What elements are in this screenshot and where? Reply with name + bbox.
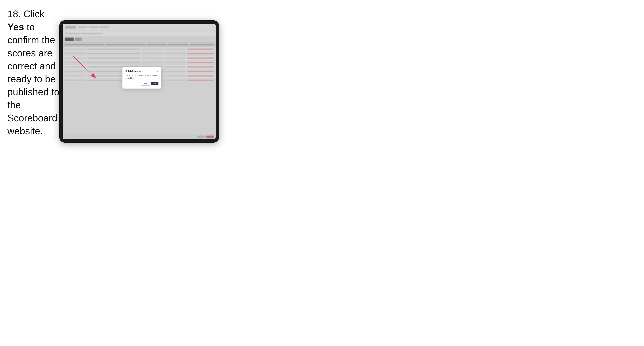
tablet-device: Publish scores × Are you ready to publis… [59,20,219,143]
modal-close-button[interactable]: × [156,70,158,73]
instruction-before-bold: Click [24,8,44,19]
modal-body-text: Are you ready to publish these scores to… [126,74,158,79]
publish-scores-dialog: Publish scores × Are you ready to publis… [122,67,162,89]
instruction-after-bold: to confirm the scores are correct and re… [8,21,59,136]
cancel-button[interactable]: Cancel [141,82,150,86]
step-number: 18. [8,8,24,19]
bold-yes: Yes [8,21,24,32]
modal-header: Publish scores × [126,70,158,73]
instruction-text: 18. Click Yes to confirm the scores are … [8,7,61,138]
tablet-screen: Publish scores × Are you ready to publis… [63,24,216,139]
modal-title: Publish scores [126,70,141,73]
yes-button[interactable]: Yes [151,82,158,85]
modal-overlay: Publish scores × Are you ready to publis… [63,24,216,139]
modal-actions: Cancel Yes [126,82,158,86]
